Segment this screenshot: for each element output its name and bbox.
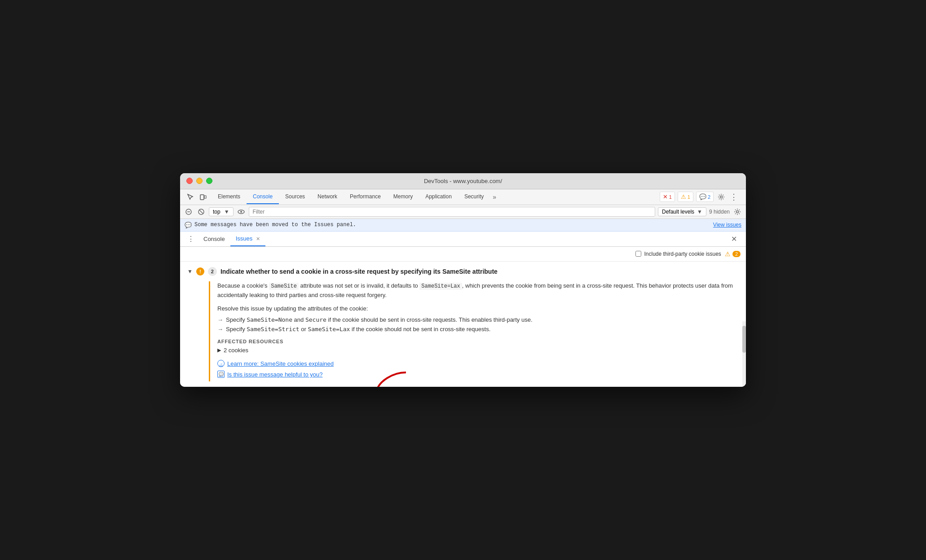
traffic-lights xyxy=(186,178,212,184)
levels-label: Default levels xyxy=(662,209,694,215)
affected-resources: AFFECTED RESOURCES ▶ 2 cookies xyxy=(217,339,739,354)
toolbar-left-icons xyxy=(184,189,210,205)
more-tabs-button[interactable]: » xyxy=(490,190,499,204)
code-samesite-strict: SameSite=Strict xyxy=(247,326,299,332)
checkbox-label-text: Include third-party cookie issues xyxy=(644,251,721,257)
third-party-checkbox-label[interactable]: Include third-party cookie issues xyxy=(635,251,721,257)
warning-icon: ⚠ xyxy=(681,193,686,200)
context-value: top xyxy=(213,209,220,215)
bullet-2-text: Specify SameSite=Strict or SameSite=Lax … xyxy=(226,326,490,332)
svg-point-7 xyxy=(240,211,242,213)
settings-button[interactable] xyxy=(716,192,726,202)
info-bar: 💬 Some messages have been moved to the I… xyxy=(180,219,746,232)
eye-icon[interactable] xyxy=(236,207,246,217)
checkbox-row: Include third-party cookie issues ⚠ 2 xyxy=(180,247,746,262)
close-issues-tab[interactable]: ✕ xyxy=(256,236,260,241)
inner-tab-console[interactable]: Console xyxy=(198,232,230,246)
feedback-text: Is this issue message helpful to you? xyxy=(227,371,322,378)
main-content: ⋮ Console Issues ✕ ✕ Include third-party… xyxy=(180,232,746,387)
tab-performance[interactable]: Performance xyxy=(344,190,387,204)
tab-memory[interactable]: Memory xyxy=(387,190,419,204)
svg-point-8 xyxy=(736,210,739,213)
scrollbar-track[interactable] xyxy=(742,321,746,387)
devtools-window: DevTools - www.youtube.com/ Elements Con… xyxy=(180,173,746,387)
learn-more-icon: → xyxy=(217,360,225,367)
tab-application[interactable]: Application xyxy=(419,190,458,204)
resolve-text: Resolve this issue by updating the attri… xyxy=(217,305,739,312)
info-bar-left: 💬 Some messages have been moved to the I… xyxy=(185,222,356,228)
inspect-icon[interactable] xyxy=(185,192,195,202)
tab-network[interactable]: Network xyxy=(311,190,344,204)
more-options-button[interactable]: ⋮ xyxy=(729,192,739,202)
filter-input[interactable] xyxy=(249,207,655,217)
bullet-list: → Specify SameSite=None and Secure if th… xyxy=(217,316,739,332)
error-badge[interactable]: ✕ 1 xyxy=(660,192,675,202)
levels-selector[interactable]: Default levels ▼ xyxy=(658,207,706,216)
info-bar-icon: 💬 xyxy=(185,222,192,228)
bullet-arrow-1: → xyxy=(217,316,223,323)
issues-count-badge: 2 xyxy=(732,251,741,257)
red-arrow-svg xyxy=(375,368,410,387)
nav-tabs: Elements Console Sources Network Perform… xyxy=(212,190,656,204)
context-selector[interactable]: top ▼ xyxy=(209,207,234,216)
close-panel-button[interactable]: ✕ xyxy=(728,233,741,245)
maximize-button[interactable] xyxy=(206,178,212,184)
samesite-code: SameSite xyxy=(269,283,299,290)
error-icon: ✕ xyxy=(663,193,668,200)
tab-sources[interactable]: Sources xyxy=(279,190,311,204)
devtools-nav-toolbar: Elements Console Sources Network Perform… xyxy=(180,189,746,205)
tab-elements[interactable]: Elements xyxy=(212,190,247,204)
issue-description: Because a cookie's SameSite attribute wa… xyxy=(217,281,739,300)
console-settings-button[interactable] xyxy=(732,207,742,217)
toolbar-right: ✕ 1 ⚠ 1 💬 2 ⋮ xyxy=(656,192,742,202)
svg-point-2 xyxy=(720,196,723,198)
title-bar: DevTools - www.youtube.com/ xyxy=(180,173,746,189)
message-icon: 💬 xyxy=(699,193,706,200)
view-issues-link[interactable]: View issues xyxy=(713,222,741,228)
message-badge[interactable]: 💬 2 xyxy=(696,192,714,202)
issue-item: ▼ ! 2 Indicate whether to send a cookie … xyxy=(180,262,746,387)
bullet-item-2: → Specify SameSite=Strict or SameSite=La… xyxy=(217,326,739,332)
inner-tabs-menu[interactable]: ⋮ xyxy=(185,232,196,246)
levels-dropdown-arrow: ▼ xyxy=(697,209,702,215)
third-party-checkbox[interactable] xyxy=(635,251,641,257)
inner-tabs-row: ⋮ Console Issues ✕ ✕ xyxy=(180,232,746,247)
scrollbar-thumb[interactable] xyxy=(742,326,746,353)
cookies-count: 2 cookies xyxy=(224,347,248,354)
learn-more-link[interactable]: → Learn more: SameSite cookies explained xyxy=(217,360,739,367)
feedback-icon: 💬 xyxy=(217,371,225,378)
svg-line-5 xyxy=(199,210,203,214)
code-samesite-lax-2: SameSite=Lax xyxy=(308,326,350,332)
bullet-arrow-2: → xyxy=(217,326,223,332)
issue-warning-icon: ! xyxy=(196,267,204,276)
affected-resources-label: AFFECTED RESOURCES xyxy=(217,339,739,344)
bullet-1-text: Specify SameSite=None and Secure if the … xyxy=(226,316,533,323)
tab-console[interactable]: Console xyxy=(247,190,279,204)
cookies-expand-arrow: ▶ xyxy=(217,347,221,353)
clear-console-button[interactable] xyxy=(184,207,194,217)
minimize-button[interactable] xyxy=(196,178,203,184)
hidden-count: 9 hidden xyxy=(709,209,730,215)
feedback-link[interactable]: 💬 Is this issue message helpful to you? xyxy=(217,371,739,378)
issue-header: ▼ ! 2 Indicate whether to send a cookie … xyxy=(187,267,739,276)
warning-badge[interactable]: ⚠ 1 xyxy=(678,192,693,202)
issues-panel: Include third-party cookie issues ⚠ 2 ▼ … xyxy=(180,247,746,387)
issue-title: Indicate whether to send a cookie in a c… xyxy=(220,268,498,275)
svg-rect-1 xyxy=(204,196,206,198)
warning-count: 1 xyxy=(688,194,690,200)
inner-tab-issues[interactable]: Issues ✕ xyxy=(230,232,265,246)
issue-count-badge: 2 xyxy=(208,267,217,276)
context-dropdown-arrow: ▼ xyxy=(224,209,229,215)
close-button[interactable] xyxy=(186,178,193,184)
warning-badge-icon: ⚠ xyxy=(725,250,731,258)
error-count: 1 xyxy=(669,194,672,200)
message-count: 2 xyxy=(708,194,710,200)
code-samesite-none: SameSite=None xyxy=(247,316,292,323)
device-toolbar-icon[interactable] xyxy=(198,192,208,202)
cookies-item[interactable]: ▶ 2 cookies xyxy=(217,347,739,354)
tab-security[interactable]: Security xyxy=(458,190,490,204)
window-title: DevTools - www.youtube.com/ xyxy=(424,178,502,184)
bullet-item-1: → Specify SameSite=None and Secure if th… xyxy=(217,316,739,323)
expand-arrow[interactable]: ▼ xyxy=(187,268,193,275)
no-symbol-button[interactable] xyxy=(196,207,206,217)
